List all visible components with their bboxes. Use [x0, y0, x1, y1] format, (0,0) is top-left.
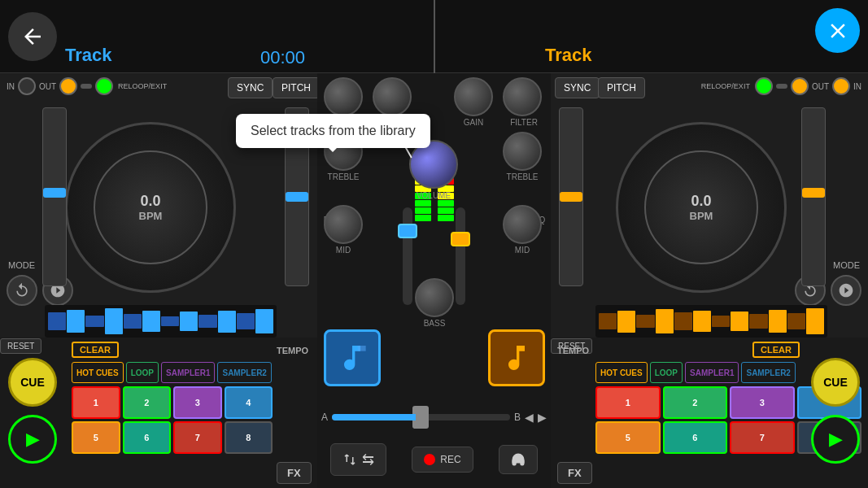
fx-btn-left[interactable]: FX [277, 462, 312, 484]
in-label-left: IN [7, 82, 15, 91]
rec-dot [424, 454, 435, 465]
reloop-label-left: RELOOP/EXIT [118, 82, 167, 90]
track-right-label: Track [545, 45, 583, 66]
close-button[interactable] [815, 8, 860, 53]
library-btn-right[interactable] [488, 329, 545, 386]
mix-btn[interactable]: ⇆ [330, 443, 386, 476]
pad-3-left[interactable]: 3 [173, 386, 222, 419]
sync-btn-right[interactable]: SYNC [555, 77, 600, 98]
bass-knob[interactable] [415, 278, 454, 317]
gain-knob-right[interactable] [454, 77, 493, 116]
pad-2-left[interactable]: 2 [123, 386, 172, 419]
play-btn-left[interactable]: ▶ [8, 415, 57, 464]
tempo-label-left: TEMPO [277, 346, 308, 355]
sampler2-tab-right[interactable]: SAMPLER2 [741, 362, 795, 383]
hot-cues-tab-right[interactable]: HOT CUES [595, 362, 648, 383]
hot-cues-tab-left[interactable]: HOT CUES [72, 362, 124, 383]
waveform-left [45, 305, 277, 338]
pad-5-left[interactable]: 5 [72, 421, 120, 454]
fader-right[interactable] [456, 207, 465, 305]
volume-label: VOLUME [405, 191, 462, 200]
cf-right-arrow[interactable]: ▶ [538, 411, 547, 424]
pads-area-right: TEMPO FX RESET CLEAR HOT CUES LOOP SAMPL… [551, 338, 868, 488]
clear-btn-right[interactable]: CLEAR [752, 342, 800, 358]
fader-thumb-left [398, 224, 417, 238]
pitch-btn-left[interactable]: PITCH [273, 77, 320, 98]
pitch-thumb-right [560, 192, 582, 202]
sampler2-tab-left[interactable]: SAMPLER2 [217, 362, 271, 383]
svg-point-1 [511, 362, 517, 368]
track-left-label: Track [65, 45, 112, 66]
turntable-left[interactable]: 0.0 BPM [65, 122, 236, 293]
pitch-slider-right[interactable] [559, 107, 583, 286]
sampler1-tab-right[interactable]: SAMPLER1 [685, 362, 739, 383]
bass-label: BASS [415, 319, 454, 328]
rec-btn[interactable]: REC [412, 447, 473, 473]
treble-label-left: TREBLE [319, 172, 368, 181]
mid-knob-right[interactable] [503, 205, 542, 244]
sampler1-tab-left[interactable]: SAMPLER1 [161, 362, 215, 383]
back-button[interactable] [8, 12, 57, 61]
tempo-slider-left[interactable] [42, 107, 67, 286]
mid-knob-left[interactable] [324, 205, 363, 244]
top-bar: Track 00:00 Track [0, 0, 868, 73]
in-dot-left[interactable] [18, 77, 36, 95]
loop-tab-right[interactable]: LOOP [650, 362, 683, 383]
active-dot-left[interactable] [95, 77, 113, 95]
sync-btn-left[interactable]: SYNC [228, 77, 273, 98]
connector-right [776, 84, 787, 89]
pad-7-left[interactable]: 7 [173, 421, 222, 454]
crossfader-track [332, 414, 510, 420]
active-dot-right[interactable] [755, 77, 773, 95]
mode-btn2-right[interactable] [831, 275, 861, 306]
bpm-unit-left: BPM [139, 210, 163, 222]
pad-6-left[interactable]: 6 [123, 421, 172, 454]
pad-4-left[interactable]: 4 [225, 386, 273, 419]
clear-btn-left[interactable]: CLEAR [72, 342, 119, 358]
pad-2-right[interactable]: 2 [663, 386, 728, 419]
crossfader[interactable]: A B ◀ ▶ [321, 405, 547, 429]
tooltip-text: Select tracks from the library [251, 124, 416, 137]
headphone-btn[interactable] [499, 445, 538, 474]
center-line [434, 0, 435, 73]
mode-label-right: MODE [833, 260, 860, 270]
connector-left [81, 84, 92, 89]
pad-1-right[interactable]: 1 [595, 386, 661, 419]
rec-label: REC [440, 454, 460, 465]
out-label-right: OUT [812, 82, 829, 91]
tempo-slider-right[interactable] [801, 107, 826, 286]
treble-knob-right[interactable] [503, 132, 542, 171]
filter-knob-right[interactable] [503, 77, 542, 116]
pad-7-right[interactable]: 7 [730, 421, 795, 454]
deck-left-controls: IN OUT RELOOP/EXIT [7, 77, 167, 95]
mid-label-right: MID [503, 246, 542, 255]
pad-1-left[interactable]: 1 [72, 386, 120, 419]
fader-left[interactable] [403, 207, 412, 305]
svg-point-0 [347, 362, 352, 368]
mid-label-left: MID [324, 246, 363, 255]
fx-btn-right[interactable]: FX [557, 462, 592, 484]
turntable-right[interactable]: 0.0 BPM [616, 122, 787, 293]
bpm-value-left: 0.0 [140, 193, 160, 210]
out-dot-right[interactable] [791, 77, 809, 95]
loop-tab-left[interactable]: LOOP [126, 362, 159, 383]
pitch-btn-right[interactable]: PITCH [598, 77, 645, 98]
library-btn-left[interactable] [324, 329, 381, 386]
gain-knob-left[interactable] [373, 77, 412, 116]
in-dot-right[interactable] [832, 77, 850, 95]
cf-left-arrow[interactable]: ◀ [525, 411, 534, 424]
cue-btn-right[interactable]: CUE [811, 358, 860, 407]
reset-btn-left[interactable]: RESET [0, 338, 41, 354]
pad-8-left[interactable]: 8 [225, 421, 273, 454]
pad-5-right[interactable]: 5 [595, 421, 661, 454]
mode-btn1-left[interactable] [7, 275, 37, 306]
pad-6-right[interactable]: 6 [663, 421, 728, 454]
pads-area-left: TEMPO FX RESET CLEAR HOT CUES LOOP SAMPL… [0, 338, 317, 488]
pad-3-right[interactable]: 3 [730, 386, 795, 419]
tooltip: Select tracks from the library [236, 114, 430, 148]
filter-knob-left[interactable] [324, 77, 363, 116]
cue-btn-left[interactable]: CUE [8, 358, 57, 407]
treble-label-right: TREBLE [498, 172, 547, 181]
play-btn-right[interactable]: ▶ [811, 415, 860, 464]
out-dot-left[interactable] [59, 77, 77, 95]
